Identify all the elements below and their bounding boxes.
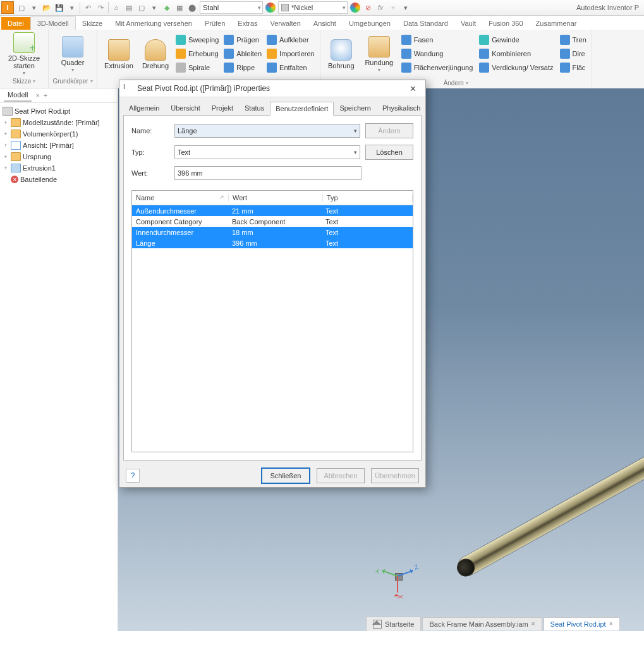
app-icon[interactable]: I <box>1 1 14 14</box>
dtab-allgemein[interactable]: Allgemein <box>123 101 165 115</box>
model-rod[interactable] <box>455 409 644 579</box>
dialog-titlebar[interactable]: I Seat Pivot Rod.ipt ([Primär]) iPropert… <box>119 80 425 97</box>
table-row[interactable]: Innendurchmesser18 mmText <box>132 227 413 238</box>
tree-item[interactable]: +Modellzustände: [Primär] <box>1 117 116 128</box>
props-icon[interactable]: ▦ <box>174 3 185 13</box>
spirale-button[interactable]: Spirale <box>174 61 220 74</box>
dtab-speichern[interactable]: Speichern <box>334 101 377 115</box>
doctab-assembly[interactable]: Back Frame Main Assembly.iam× <box>422 617 542 630</box>
new-dd-icon[interactable]: ▾ <box>29 3 39 13</box>
save-dd-icon[interactable]: ▾ <box>67 3 77 13</box>
phone-icon[interactable]: ▤ <box>124 3 134 13</box>
2d-sketch-button[interactable]: +2D-Skizze starten▾ <box>4 32 44 76</box>
tab-zusammen[interactable]: Zusammenar <box>530 17 583 30</box>
browser-tab-modell[interactable]: Modell <box>4 89 32 102</box>
col-name[interactable]: Name <box>132 194 229 202</box>
material-icon[interactable]: ◆ <box>162 3 172 13</box>
tab-verwalten[interactable]: Verwalten <box>264 17 307 30</box>
gewinde-button[interactable]: Gewinde <box>478 33 554 46</box>
tree-item[interactable]: +Volumenkörper(1) <box>1 128 116 140</box>
close-icon[interactable]: × <box>532 620 535 627</box>
erhebung-button[interactable]: Erhebung <box>174 47 220 60</box>
rundung-button[interactable]: Rundung▾ <box>362 32 396 76</box>
entfalten-button[interactable]: Entfalten <box>265 61 316 74</box>
table-row[interactable]: Länge396 mmText <box>132 238 413 248</box>
new-icon[interactable]: ▢ <box>16 3 27 13</box>
fasen-button[interactable]: Fasen <box>400 33 475 46</box>
appearance-sphere-icon[interactable] <box>265 3 276 13</box>
name-combo[interactable]: Länge <box>174 124 360 138</box>
dtab-physikalisch[interactable]: Physikalisch <box>377 101 427 115</box>
doctab-startseite[interactable]: Startseite <box>366 617 421 631</box>
browser-tab-close-icon[interactable]: × <box>35 92 39 99</box>
tab-umgebungen[interactable]: Umgebungen <box>343 17 397 30</box>
tree-item[interactable]: +Ansicht: [Primär] <box>1 140 116 151</box>
kombinieren-button[interactable]: Kombinieren <box>478 47 554 60</box>
select-dd-icon[interactable]: ▾ <box>149 3 159 13</box>
tree-root[interactable]: Seat Pivot Rod.ipt <box>1 105 116 117</box>
table-row[interactable]: Außendurchmesser21 mmText <box>132 205 413 216</box>
col-typ[interactable]: Typ <box>323 194 413 202</box>
help-icon[interactable]: ? <box>126 469 140 483</box>
close-button[interactable]: Schließen <box>261 467 310 484</box>
wandung-button[interactable]: Wandung <box>400 47 475 60</box>
sweeping-button[interactable]: Sweeping <box>174 33 220 46</box>
aufkleber-button[interactable]: Aufkleber <box>265 33 316 46</box>
change-button: Ändern <box>365 123 413 138</box>
dtab-benutzerdefiniert[interactable]: Benutzerdefiniert <box>270 102 334 116</box>
flaeche-button[interactable]: Fläc <box>559 61 588 74</box>
tree-item[interactable]: +Extrusion1 <box>1 162 116 174</box>
open-icon[interactable]: 📂 <box>42 3 52 13</box>
plus-icon[interactable]: + <box>388 3 398 13</box>
tab-vault[interactable]: Vault <box>454 17 482 30</box>
quader-button[interactable]: Quader▾ <box>52 32 93 76</box>
drehung-button[interactable]: Drehung <box>139 32 172 76</box>
flaechen-button[interactable]: Flächenverjüngung <box>400 61 475 74</box>
clear-override-icon[interactable]: ⊘ <box>363 3 373 13</box>
col-wert[interactable]: Wert <box>229 194 323 202</box>
doctab-part[interactable]: Seat Pivot Rod.ipt× <box>544 617 620 630</box>
dtab-uebersicht[interactable]: Übersicht <box>165 101 205 115</box>
tab-data-standard[interactable]: Data Standard <box>397 17 454 30</box>
appearance-dd-icon[interactable] <box>350 3 360 13</box>
tab-pruefen[interactable]: Prüfen <box>198 17 231 30</box>
close-icon[interactable]: × <box>609 620 613 627</box>
tab-file[interactable]: Datei <box>1 17 30 30</box>
praegen-button[interactable]: Prägen <box>222 33 263 46</box>
tab-fusion[interactable]: Fusion 360 <box>482 17 529 30</box>
qat-more-icon[interactable]: ▾ <box>401 3 411 13</box>
rippe-button[interactable]: Rippe <box>222 61 263 74</box>
undo-icon[interactable]: ↶ <box>83 3 93 13</box>
tab-ansicht[interactable]: Ansicht <box>307 17 343 30</box>
select-icon[interactable]: ▢ <box>137 3 147 13</box>
browser-tab-add-icon[interactable]: + <box>44 92 47 99</box>
fx-icon[interactable]: fx <box>375 3 386 13</box>
tab-skizze[interactable]: Skizze <box>76 17 109 30</box>
sphere-icon[interactable]: ⬤ <box>187 3 197 13</box>
redo-icon[interactable]: ↷ <box>95 3 106 13</box>
tree-item[interactable]: +Ursprung <box>1 151 116 162</box>
dialog-close-button[interactable]: ✕ <box>404 82 422 95</box>
appearance-combo[interactable]: *Nickel <box>278 1 348 14</box>
importieren-button[interactable]: Importieren <box>265 47 316 60</box>
view-triad[interactable]: Y Z X <box>382 560 418 596</box>
verdickung-button[interactable]: Verdickung/ Versatz <box>478 61 554 74</box>
bohrung-button[interactable]: Bohrung <box>324 32 358 76</box>
direkt-button[interactable]: Dire <box>559 47 588 60</box>
home-icon[interactable]: ⌂ <box>111 3 121 13</box>
material-combo[interactable]: Stahl <box>200 1 263 14</box>
tree-item[interactable]: ✕Bauteilende <box>1 174 116 185</box>
delete-button[interactable]: Löschen <box>365 145 413 160</box>
tab-3d-modell[interactable]: 3D-Modell <box>30 16 76 30</box>
save-icon[interactable]: 💾 <box>54 3 64 13</box>
tab-annotate[interactable]: Mit Anmerkung versehen <box>109 17 198 30</box>
table-row[interactable]: Component CategoryBack ComponentText <box>132 216 413 227</box>
dtab-status[interactable]: Status <box>239 101 270 115</box>
dtab-projekt[interactable]: Projekt <box>206 101 239 115</box>
tab-extras[interactable]: Extras <box>231 17 264 30</box>
typ-combo[interactable]: Text <box>174 145 360 159</box>
wert-input[interactable]: 396 mm <box>174 166 361 180</box>
ableiten-button[interactable]: Ableiten <box>222 47 263 60</box>
extrusion-button[interactable]: Extrusion <box>101 32 137 76</box>
trennen-button[interactable]: Tren <box>559 33 588 46</box>
